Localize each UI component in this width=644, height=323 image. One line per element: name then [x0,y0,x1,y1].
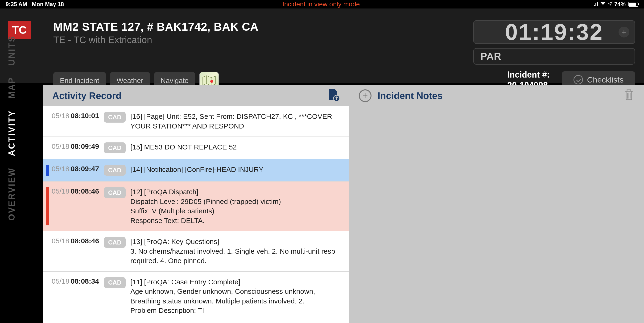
cad-badge: CAD [104,112,126,122]
activity-entry[interactable]: 05/1808:08:34CAD[11] [ProQA: Case Entry … [43,272,349,321]
priority-stripe [46,165,49,176]
svg-point-0 [210,80,213,83]
battery-icon [628,2,638,6]
side-rail: UNITS MAP ACTIVITY OVERVIEW [0,33,24,283]
activity-title: Activity Record [52,90,122,101]
entry-message: [13] [ProQA: Key Questions] 3. No chems/… [130,237,343,266]
cad-badge: CAD [104,277,126,288]
location-icon [608,1,612,8]
cad-badge: CAD [104,165,126,176]
incident-address: MM2 STATE 127, # BAK1742, BAK CA [53,20,258,33]
priority-stripe [46,237,49,266]
incident-title-block: MM2 STATE 127, # BAK1742, BAK CA TE - TC… [53,20,258,45]
activity-entry[interactable]: 05/1808:08:46CAD[12] [ProQA Dispatch] Di… [43,182,349,231]
rail-map[interactable]: MAP [7,74,17,101]
entry-timestamp: 05/1808:08:34 [50,277,102,285]
activity-entry[interactable]: 05/1808:09:49CAD[15] ME53 DO NOT REPLACE… [43,137,349,159]
incident-number-label: Incident #: [507,69,550,80]
battery-pct: 74% [614,1,626,8]
content-area: Activity Record 05/1808:10:01CAD[16] [Pa… [43,85,644,323]
header: TC MM2 STATE 127, # BAK1742, BAK CA TE -… [0,8,644,83]
notes-column: + Incident Notes [349,85,644,323]
status-date: Mon May 18 [32,1,64,8]
priority-stripe [46,277,49,316]
view-only-banner: Incident in view only mode. [282,0,362,8]
cad-badge: CAD [104,237,126,248]
check-circle-icon [574,75,583,84]
elapsed-timer[interactable]: 01:19:32 + [473,20,635,44]
priority-stripe [46,187,49,226]
activity-entry[interactable]: 05/1808:10:01CAD[16] [Page] Unit: E52, S… [43,106,349,137]
entry-timestamp: 05/1808:08:46 [50,237,102,245]
timer-value: 01:19:32 [505,19,603,45]
cad-badge: CAD [104,187,126,198]
priority-stripe [46,112,49,131]
status-bar: 9:25 AM Mon May 18 Incident in view only… [0,0,644,8]
status-time: 9:25 AM [6,1,27,8]
entry-timestamp: 05/1808:08:46 [50,187,102,195]
incident-type: TE - TC with Extrication [53,35,258,45]
checklists-label: Checklists [587,75,624,84]
signal-icon: .ıl [594,1,598,8]
rail-activity[interactable]: ACTIVITY [7,108,17,158]
par-button[interactable]: PAR [473,48,635,64]
rail-units[interactable]: UNITS [7,33,17,68]
entry-message: [11] [ProQA: Case Entry Complete] Age un… [130,277,343,316]
cad-badge: CAD [104,142,126,153]
entry-message: [14] [Notification] [ConFire]-HEAD INJUR… [130,165,343,174]
rail-overview[interactable]: OVERVIEW [7,165,17,223]
map-icon [202,75,216,86]
entry-message: [12] [ProQA Dispatch] Dispatch Level: 29… [130,187,343,226]
activity-header: Activity Record [43,85,349,106]
activity-entry[interactable]: 05/1808:08:46CAD[13] [ProQA: Key Questio… [43,231,349,272]
entry-timestamp: 05/1808:09:47 [50,165,102,173]
wifi-icon [600,1,606,8]
activity-entry[interactable]: 05/1808:09:47CAD[14] [Notification] [Con… [43,159,349,182]
delete-note-button[interactable] [623,88,634,103]
notes-header: + Incident Notes [349,85,644,106]
entry-timestamp: 05/1808:10:01 [50,112,102,120]
activity-list[interactable]: 05/1808:10:01CAD[16] [Page] Unit: E52, S… [43,106,349,323]
entry-message: [16] [Page] Unit: E52, Sent From: DISPAT… [130,112,343,131]
par-label: PAR [480,51,502,62]
add-note-button[interactable]: + [359,89,372,102]
activity-column: Activity Record 05/1808:10:01CAD[16] [Pa… [43,85,349,323]
timer-add-button[interactable]: + [618,27,630,38]
entry-timestamp: 05/1808:09:49 [50,142,102,150]
priority-stripe [46,142,49,153]
upload-document-icon[interactable] [326,88,340,104]
notes-title: Incident Notes [378,90,443,101]
entry-message: [15] ME53 DO NOT REPLACE 52 [130,142,343,152]
